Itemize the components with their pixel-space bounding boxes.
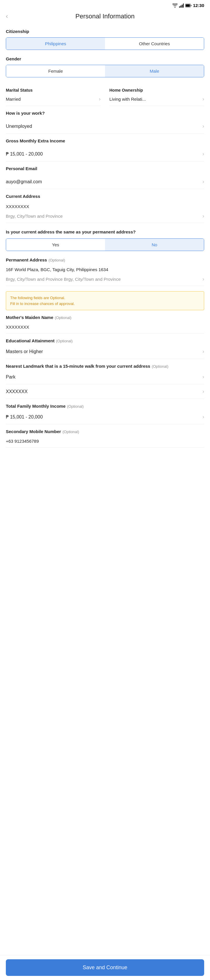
permanent-address-section: Permanent Address (Optional) 16F World P…	[6, 258, 204, 286]
svg-rect-1	[180, 6, 181, 8]
wifi-icon	[172, 3, 178, 8]
save-button-container: Save and Continue	[0, 955, 210, 980]
work-arrow: ›	[202, 123, 204, 129]
email-section: Personal Email auyo@gmail.com ›	[6, 166, 204, 189]
current-address-line1: XXXXXXXX	[6, 202, 204, 211]
marital-field[interactable]: Married ›	[6, 94, 100, 106]
mother-maiden-section: Mother's Maiden Name (Optional) XXXXXXXX	[6, 315, 204, 334]
svg-rect-0	[179, 6, 180, 8]
svg-rect-2	[182, 5, 183, 8]
save-continue-button[interactable]: Save and Continue	[6, 959, 204, 976]
mother-maiden-field: XXXXXXXX	[6, 321, 204, 334]
signal-icon	[179, 3, 184, 8]
current-address-label: Current Address	[6, 194, 204, 199]
landmark-section: Nearest Landmark that is a 15-minute wal…	[6, 364, 204, 399]
work-value: Unemployed	[6, 124, 200, 129]
citizenship-other-btn[interactable]: Other Countries	[105, 38, 204, 49]
permanent-address-block: 16F World Plaza, BGC, Taguig City, Phili…	[6, 265, 204, 286]
status-icons: 12:30	[172, 3, 204, 8]
email-arrow: ›	[202, 178, 204, 185]
landmark-field2[interactable]: XXXXXXX ›	[6, 384, 204, 399]
current-address-section: Current Address XXXXXXXX Brgy, City/Town…	[6, 194, 204, 223]
secondary-mobile-optional: (Optional)	[62, 430, 79, 434]
education-optional: (Optional)	[56, 339, 73, 343]
home-col: Home Ownership Living with Relati... ›	[110, 84, 204, 106]
back-button[interactable]: ‹	[6, 13, 8, 20]
mother-maiden-value: XXXXXXXX	[6, 325, 29, 329]
email-value: auyo@gmail.com	[6, 179, 200, 185]
secondary-mobile-section: Secondary Mobile Number (Optional) +63 9…	[6, 429, 204, 448]
citizenship-philippines-btn[interactable]: Philippines	[6, 38, 105, 49]
citizenship-toggle: Philippines Other Countries	[6, 37, 204, 50]
landmark-optional: (Optional)	[152, 364, 168, 369]
family-income-label: Total Family Monthly Income	[6, 404, 65, 409]
family-income-arrow: ›	[202, 414, 204, 420]
home-label: Home Ownership	[110, 88, 204, 92]
home-value: Living with Relati...	[110, 97, 202, 102]
permanent-address-optional: (Optional)	[48, 258, 65, 262]
gross-income-arrow: ›	[202, 151, 204, 157]
landmark-arrow2: ›	[202, 388, 204, 395]
same-address-toggle: Yes No	[6, 239, 204, 251]
current-address-block: XXXXXXXX Brgy, City/Town and Province ›	[6, 202, 204, 223]
permanent-address-line2-row[interactable]: Brgy, City/Town and Province Brgy, City/…	[6, 274, 204, 286]
citizenship-section: Citizenship Philippines Other Countries	[6, 29, 204, 50]
landmark-label: Nearest Landmark that is a 15-minute wal…	[6, 364, 150, 369]
education-field[interactable]: Masters or Higher ›	[6, 344, 204, 359]
marital-home-row: Marital Status Married › Home Ownership …	[6, 84, 204, 106]
same-address-question: Is your current address the same as your…	[6, 224, 204, 239]
landmark-arrow1: ›	[202, 374, 204, 380]
gross-income-field[interactable]: ₱ 15,001 - 20,000 ›	[6, 147, 204, 161]
permanent-address-label: Permanent Address	[6, 258, 47, 262]
gross-income-section: Gross Monthly Extra Income ₱ 15,001 - 20…	[6, 138, 204, 161]
education-arrow: ›	[202, 348, 204, 355]
education-value: Masters or Higher	[6, 349, 200, 354]
marital-label: Marital Status	[6, 88, 100, 92]
mother-maiden-optional: (Optional)	[55, 315, 72, 320]
landmark-field1[interactable]: Park ›	[6, 370, 204, 384]
marital-value: Married	[6, 97, 99, 102]
secondary-mobile-label: Secondary Mobile Number	[6, 429, 61, 434]
home-field[interactable]: Living with Relati... ›	[110, 94, 204, 106]
gender-female-btn[interactable]: Female	[6, 65, 105, 77]
permanent-address-line2: Brgy, City/Town and Province Brgy, City/…	[6, 277, 202, 282]
home-arrow: ›	[202, 96, 204, 102]
citizenship-label: Citizenship	[6, 29, 204, 34]
optional-notice: The following fields are Optional. Fill …	[6, 291, 204, 310]
current-address-arrow: ›	[202, 213, 204, 219]
optional-notice-line2: Fill in to increase chances of approval.	[10, 301, 200, 307]
same-address-no-btn[interactable]: No	[105, 239, 204, 251]
optional-notice-line1: The following fields are Optional.	[10, 295, 200, 301]
svg-rect-5	[186, 5, 190, 7]
mother-maiden-label: Mother's Maiden Name	[6, 315, 53, 320]
gender-toggle: Female Male	[6, 65, 204, 77]
education-section: Educational Attainment (Optional) Master…	[6, 338, 204, 359]
landmark-value1: Park	[6, 374, 200, 380]
gender-male-btn[interactable]: Male	[105, 65, 204, 77]
svg-rect-3	[183, 3, 184, 8]
gender-label: Gender	[6, 56, 204, 61]
same-address-section: Is your current address the same as your…	[6, 224, 204, 251]
work-field[interactable]: Unemployed ›	[6, 119, 204, 134]
battery-icon	[185, 4, 192, 7]
work-label: How is your work?	[6, 111, 204, 116]
work-section: How is your work? Unemployed ›	[6, 111, 204, 134]
header: ‹ Personal Information	[0, 10, 210, 25]
family-income-section: Total Family Monthly Income (Optional) ₱…	[6, 404, 204, 424]
education-label: Educational Attainment	[6, 338, 54, 343]
permanent-address-arrow: ›	[202, 276, 204, 282]
family-income-field[interactable]: ₱ 15,001 - 20,000 ›	[6, 410, 204, 424]
same-address-yes-btn[interactable]: Yes	[6, 239, 105, 251]
status-time: 12:30	[193, 3, 204, 8]
secondary-mobile-field: +63 9123456789	[6, 435, 204, 448]
current-address-line2-row[interactable]: Brgy, City/Town and Province ›	[6, 211, 204, 223]
secondary-mobile-value: +63 9123456789	[6, 439, 39, 444]
landmark-value2: XXXXXXX	[6, 389, 200, 394]
email-label: Personal Email	[6, 166, 204, 171]
permanent-address-line1: 16F World Plaza, BGC, Taguig City, Phili…	[6, 265, 204, 274]
gender-section: Gender Female Male	[6, 56, 204, 77]
email-field[interactable]: auyo@gmail.com ›	[6, 175, 204, 189]
page-title: Personal Information	[76, 13, 135, 20]
gross-income-label: Gross Monthly Extra Income	[6, 138, 204, 143]
family-income-optional: (Optional)	[67, 404, 84, 409]
